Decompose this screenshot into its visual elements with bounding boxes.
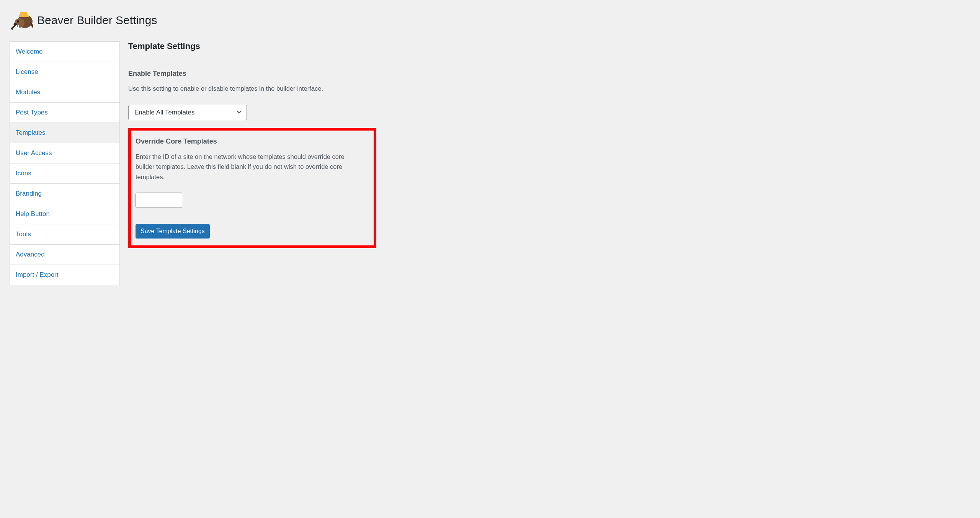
sidebar-item-import-export[interactable]: Import / Export	[10, 265, 120, 285]
sidebar-item-templates[interactable]: Templates	[10, 123, 120, 143]
sidebar-item-license[interactable]: License	[10, 62, 120, 82]
override-core-input[interactable]	[136, 193, 182, 208]
beaver-builder-logo-icon	[10, 11, 33, 30]
sidebar-item-user-access[interactable]: User Access	[10, 143, 120, 163]
save-button[interactable]: Save Template Settings	[136, 224, 210, 239]
sidebar-item-icons[interactable]: Icons	[10, 163, 120, 183]
enable-templates-select[interactable]: Enable All Templates	[128, 105, 247, 120]
sidebar-item-help-button[interactable]: Help Button	[10, 204, 120, 224]
svg-rect-6	[20, 12, 27, 15]
sidebar-item-welcome[interactable]: Welcome	[10, 41, 120, 62]
enable-templates-title: Enable Templates	[128, 70, 970, 78]
sidebar-item-post-types[interactable]: Post Types	[10, 102, 120, 123]
sidebar-item-branding[interactable]: Branding	[10, 183, 120, 204]
enable-templates-select-wrapper: Enable All Templates	[128, 105, 247, 120]
section-title: Template Settings	[128, 41, 970, 51]
enable-templates-desc: Use this setting to enable or disable te…	[128, 84, 970, 93]
page-title: Beaver Builder Settings	[37, 14, 157, 27]
page-header: Beaver Builder Settings	[0, 0, 980, 38]
svg-point-2	[17, 20, 19, 23]
main-wrapper: Welcome License Modules Post Types Templ…	[0, 38, 980, 295]
sidebar-item-modules[interactable]: Modules	[10, 82, 120, 102]
content-area: Template Settings Enable Templates Use t…	[128, 41, 970, 285]
svg-rect-4	[16, 25, 17, 28]
sidebar-item-tools[interactable]: Tools	[10, 224, 120, 244]
sidebar: Welcome License Modules Post Types Templ…	[10, 41, 120, 285]
override-core-section: Override Core Templates Enter the ID of …	[128, 128, 376, 248]
svg-rect-5	[18, 25, 19, 28]
override-core-desc: Enter the ID of a site on the network wh…	[136, 152, 361, 182]
sidebar-item-advanced[interactable]: Advanced	[10, 244, 120, 265]
override-core-title: Override Core Templates	[136, 137, 367, 145]
